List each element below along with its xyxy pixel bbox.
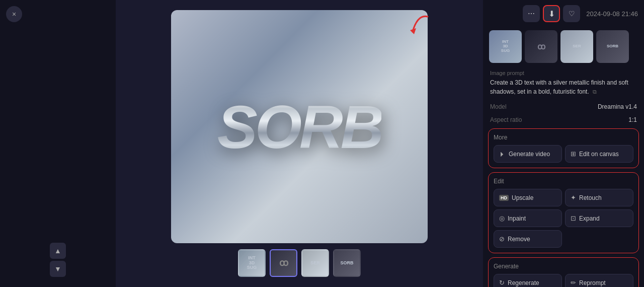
prompt-label: Image prompt [490,70,637,76]
thumbnail-3[interactable]: SER [301,249,329,277]
main-image-text: SORB [217,97,382,157]
thumbnail-4[interactable]: SORB [333,249,361,277]
main-image: SORB [171,10,428,243]
thumbnail-1[interactable]: INT3DSUG [238,249,266,277]
more-section-label: More [494,134,633,141]
regenerate-button[interactable]: ↻ Regenerate [494,274,562,287]
download-button[interactable]: ⬇ [543,5,560,22]
prompt-text: Create a 3D text with a silver metallic … [490,78,637,96]
more-options-button[interactable]: ⋯ [523,5,540,22]
copy-prompt-button[interactable]: ⧉ [593,88,597,96]
right-panel: ⋯ ⬇ ♡ 2024-09-08 21:46 INT3DSUG ꚙ SER SO… [483,0,644,287]
remove-button[interactable]: ⊘ Remove [494,230,562,248]
remove-icon: ⊘ [499,235,505,243]
reprompt-icon: ✏ [571,279,576,286]
preview-thumb-4[interactable]: SORB [596,30,629,63]
more-icon: ⋯ [528,10,535,18]
edit-section: Edit HD Upscale ✦ Retouch ◎ Inpaint ⊡ Ex… [488,172,639,253]
top-bar: ⋯ ⬇ ♡ 2024-09-08 21:46 [483,0,644,27]
generate-video-button[interactable]: ⏵ Generate video [494,145,562,163]
bookmark-icon: ♡ [569,10,575,18]
edit-actions-grid: HD Upscale ✦ Retouch ◎ Inpaint ⊡ Expand … [494,189,633,248]
reprompt-button[interactable]: ✏ Reprompt [565,274,633,287]
retouch-icon: ✦ [571,194,576,201]
timestamp: 2024-09-08 21:46 [586,10,638,18]
nav-up-button[interactable]: ▲ [50,243,66,259]
main-image-area: SORB INT3DSUG ꚙ SER SORB [116,0,483,287]
nav-arrows: ▲ ▼ [0,233,116,287]
retouch-button[interactable]: ✦ Retouch [565,189,633,206]
regenerate-icon: ↻ [499,279,505,286]
expand-icon: ⊡ [571,214,576,222]
edit-on-canvas-button[interactable]: ⊞ Edit on canvas [565,145,633,163]
generate-actions-grid: ↻ Regenerate ✏ Reprompt [494,274,633,287]
inpaint-button[interactable]: ◎ Inpaint [494,209,562,227]
more-actions-grid: ⏵ Generate video ⊞ Edit on canvas [494,145,633,163]
bookmark-button[interactable]: ♡ [563,5,580,22]
left-panel: × ▲ ▼ [0,0,116,287]
upscale-icon: HD [499,195,509,201]
generate-video-icon: ⏵ [499,150,506,158]
edit-section-label: Edit [494,178,633,185]
preview-thumb-3[interactable]: SER [560,30,593,63]
edit-canvas-icon: ⊞ [571,150,576,158]
thumbnail-2[interactable]: ꚙ [270,249,297,277]
download-icon: ⬇ [548,9,555,19]
nav-down-button[interactable]: ▼ [50,261,66,277]
thumbnail-strip: INT3DSUG ꚙ SER SORB [238,249,361,277]
expand-button[interactable]: ⊡ Expand [565,209,633,227]
prompt-section: Image prompt Create a 3D text with a sil… [483,68,644,100]
close-button[interactable]: × [6,6,22,22]
generate-section: Generate ↻ Regenerate ✏ Reprompt [488,257,639,287]
meta-model: Model Dreamina v1.4 [483,100,644,113]
generate-section-label: Generate [494,263,633,270]
preview-thumbnails: INT3DSUG ꚙ SER SORB [483,27,644,68]
preview-thumb-1[interactable]: INT3DSUG [489,30,522,63]
upscale-button[interactable]: HD Upscale [494,189,562,206]
more-section: More ⏵ Generate video ⊞ Edit on canvas [488,128,639,168]
meta-aspect: Aspect ratio 1:1 [483,113,644,126]
preview-thumb-2[interactable]: ꚙ [525,30,557,63]
inpaint-icon: ◎ [499,214,505,222]
